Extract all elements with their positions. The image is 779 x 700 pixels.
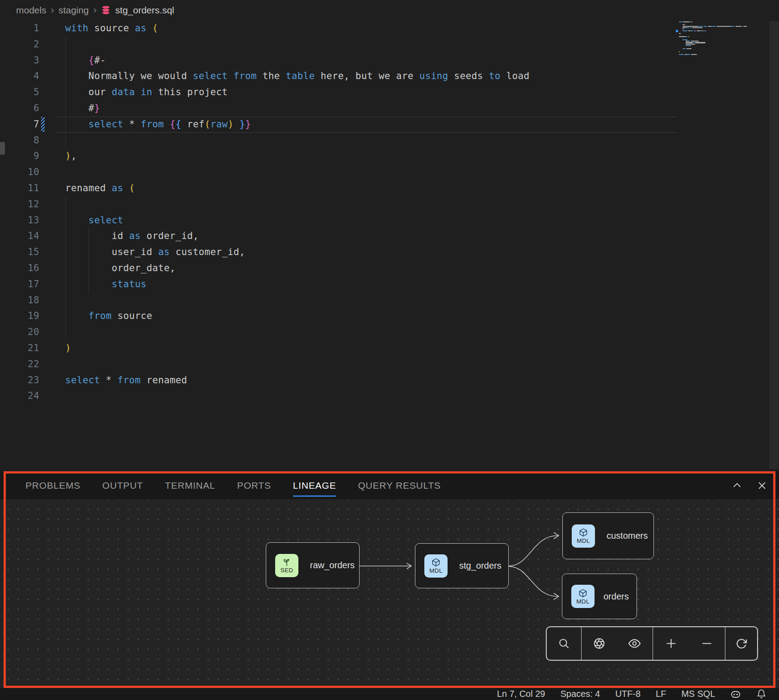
cube-icon [578,528,588,537]
code-line-20[interactable]: 20 [0,324,530,340]
status-spaces[interactable]: Spaces: 4 [560,689,600,699]
line-number: 18 [0,293,39,309]
code-text: with source as ( [65,21,158,37]
line-number: 23 [0,373,39,389]
code-line-4[interactable]: 4 Normally we would select from the tabl… [0,68,530,84]
code-line-8[interactable]: 8 [0,133,530,149]
code-line-18[interactable]: 18 [0,293,530,309]
line-number: 24 [0,388,39,404]
notifications-bell-icon[interactable] [756,689,766,699]
lineage-canvas[interactable]: SEDraw_ordersMDLstg_ordersMDLcustomersMD… [0,499,779,688]
code-text: select * from renamed [65,373,187,389]
code-text: Normally we would select from the table … [65,68,530,84]
search-button[interactable] [558,637,570,650]
status-utf-8[interactable]: UTF-8 [615,689,641,699]
node-label: raw_orders [310,560,355,570]
minimap[interactable] [679,21,759,57]
code-line-1[interactable]: 1with source as ( [0,21,530,37]
line-number: 22 [0,356,39,373]
line-number: 7 [0,117,39,133]
line-number: 16 [0,260,39,277]
tab-terminal[interactable]: TERMINAL [165,478,215,493]
tab-lineage[interactable]: LINEAGE [293,478,336,493]
close-panel-button[interactable] [757,480,767,491]
lineage-node-raw_orders[interactable]: SEDraw_orders [266,542,360,588]
code-text: status [65,277,147,293]
code-line-11[interactable]: 11renamed as ( [0,180,530,197]
badge-label: MDL [577,537,590,545]
code-editor[interactable]: 1with source as (23 {#-4 Normally we wou… [0,0,779,471]
zoom-out-button[interactable] [700,637,713,650]
code-line-14[interactable]: 14 id as order_id, [0,228,530,244]
code-line-7[interactable]: 7 select * from {{ ref(raw) }} [0,117,530,133]
chevron-up-icon [732,480,742,491]
lineage-node-orders[interactable]: MDLorders [562,574,637,619]
code-line-13[interactable]: 13 select [0,213,530,229]
code-line-22[interactable]: 22 [0,356,530,373]
line-number: 19 [0,308,39,324]
line-number: 4 [0,68,39,84]
refresh-button[interactable] [735,637,748,650]
cube-badge: MDL [571,585,595,608]
code-line-15[interactable]: 15 user_id as customer_id, [0,244,530,260]
lineage-node-stg_orders[interactable]: MDLstg_orders [415,543,509,588]
line-number: 15 [0,244,39,260]
code-text: from source [65,308,152,324]
code-text: select [65,213,123,229]
visibility-button[interactable] [628,637,641,650]
code-line-2[interactable]: 2 [0,37,530,53]
edge-stg_orders-customers [509,536,557,566]
eye-icon [628,637,641,650]
line-number: 12 [0,197,39,213]
code-text: #} [65,101,100,117]
code-line-24[interactable]: 24 [0,388,530,404]
seedling-badge: SED [275,554,298,577]
code-line-16[interactable]: 16 order_date, [0,260,530,277]
tab-query-results[interactable]: QUERY RESULTS [358,478,440,493]
code-line-10[interactable]: 10 [0,164,530,180]
node-label: customers [607,531,648,541]
zoom-in-button[interactable] [665,637,678,650]
cube-badge: MDL [572,524,595,548]
code-text: {#- [65,53,106,69]
code-line-12[interactable]: 12 [0,197,530,213]
line-number: 1 [0,21,39,37]
code-text: id as order_id, [65,228,199,244]
code-line-5[interactable]: 5 our data in this project [0,84,530,101]
tab-output[interactable]: OUTPUT [102,478,143,493]
status-ln[interactable]: Ln 7, Col 29 [497,689,545,699]
snapshot-button[interactable] [593,637,605,650]
code-text: renamed as ( [65,180,135,197]
zoom-in-icon [665,637,678,650]
status-ms[interactable]: MS SQL [681,689,715,699]
status-lf[interactable]: LF [656,689,666,699]
vscode-window: models › staging › stg_orders.sql 1with … [0,0,779,700]
code-line-23[interactable]: 23select * from renamed [0,373,530,389]
code-line-6[interactable]: 6 #} [0,101,530,117]
maximize-panel-button[interactable] [732,480,742,491]
refresh-icon [735,637,748,650]
code-line-3[interactable]: 3 {#- [0,53,530,69]
code-line-19[interactable]: 19 from source [0,308,530,324]
lineage-toolbar [546,626,758,661]
panel-actions [732,471,767,499]
badge-label: SED [281,567,293,574]
tab-ports[interactable]: PORTS [237,478,271,493]
editor-scrollbar[interactable] [769,21,779,469]
badge-label: MDL [576,598,589,605]
code-line-9[interactable]: 9), [0,148,530,164]
panel-tab-bar: PROBLEMSOUTPUTTERMINALPORTSLINEAGEQUERY … [0,471,779,499]
line-number: 20 [0,324,39,340]
line-number: 11 [0,180,39,197]
close-icon [757,480,767,491]
edge-stg_orders-orders [509,566,557,596]
line-number: 2 [0,37,39,53]
copilot-icon[interactable] [730,689,741,700]
zoom-out-icon [700,637,713,650]
lineage-node-customers[interactable]: MDLcustomers [562,512,654,559]
code-text: select * from {{ ref(raw) }} [65,117,251,133]
code-line-21[interactable]: 21) [0,340,530,356]
code-line-17[interactable]: 17 status [0,277,530,293]
tab-problems[interactable]: PROBLEMS [25,478,80,493]
code-text: ), [65,148,77,164]
